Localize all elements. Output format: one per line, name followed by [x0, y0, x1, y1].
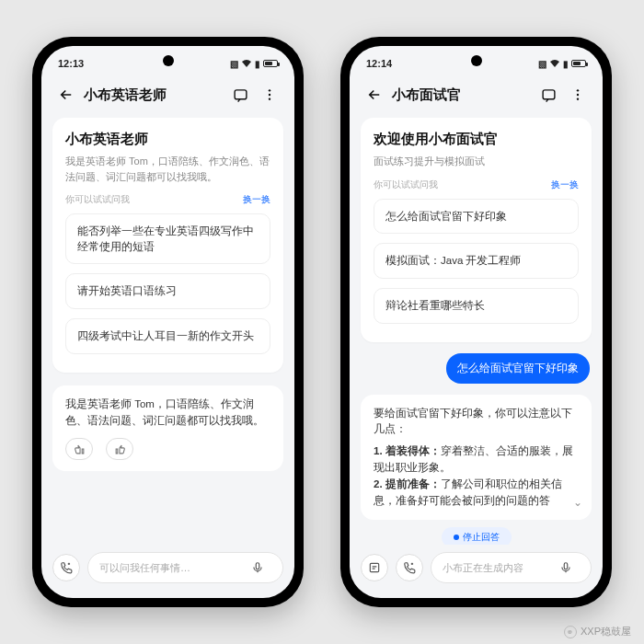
wifi-icon	[241, 59, 252, 68]
svg-point-7	[577, 94, 579, 96]
input-placeholder: 小布正在生成内容	[443, 561, 523, 575]
watermark: ๏ XXP稳鼓屋	[564, 625, 631, 638]
watermark-icon: ๏	[564, 626, 577, 638]
status-indicators: ▧ ▮	[538, 59, 586, 69]
screen: 12:13 ▧ ▮ 小布英语老师 小布英	[41, 46, 294, 598]
watermark-text: XXP稳鼓屋	[581, 625, 631, 638]
status-time: 12:13	[58, 58, 84, 69]
answer-point-2: 2. 提前准备：了解公司和职位的相关信息，准备好可能会被问到的问题的答	[374, 477, 579, 510]
assistant-text: 我是英语老师 Tom，口语陪练、作文润色、语法问题、词汇问题都可以找我哦。	[65, 398, 264, 426]
suggestion-hint: 你可以试试问我	[65, 193, 130, 206]
svg-rect-5	[543, 89, 555, 98]
status-time: 12:14	[366, 58, 392, 69]
new-chat-button[interactable]	[536, 83, 560, 107]
feedback-row	[65, 438, 270, 460]
more-button[interactable]	[566, 83, 590, 107]
page-title: 小布英语老师	[84, 86, 223, 104]
input-bar: 小布正在生成内容	[350, 545, 603, 598]
message-input[interactable]: 可以问我任何事情…	[87, 552, 283, 583]
camera-punch-hole	[163, 55, 174, 66]
svg-rect-4	[256, 563, 259, 569]
screen: 12:14 ▧ ▮ 小布面试官 欢迎使用	[350, 46, 603, 598]
back-button[interactable]	[362, 83, 386, 107]
stop-label: 停止回答	[463, 531, 500, 544]
suggestion-chip[interactable]: 怎么给面试官留下好印象	[374, 199, 579, 235]
thumbs-down-button[interactable]	[65, 438, 93, 460]
refresh-suggestions[interactable]: 换一换	[551, 178, 579, 191]
battery-icon	[571, 60, 586, 67]
new-chat-button[interactable]	[228, 83, 252, 107]
suggestion-hint: 你可以试试问我	[374, 178, 438, 191]
answer-intro: 要给面试官留下好印象，你可以注意以下几点：	[374, 406, 579, 439]
chat-content: 欢迎使用小布面试官 面试练习提升与模拟面试 你可以试试问我 换一换 怎么给面试官…	[350, 112, 603, 545]
signal-icon: ▮	[255, 59, 260, 69]
svg-point-3	[269, 98, 270, 99]
refresh-suggestions[interactable]: 换一换	[243, 193, 270, 206]
intro-card: 小布英语老师 我是英语老师 Tom，口语陪练、作文润色、语法问题、词汇问题都可以…	[52, 118, 283, 373]
mic-icon[interactable]	[244, 561, 271, 574]
suggestion-chip[interactable]: 能否列举一些在专业英语四级写作中经常使用的短语	[65, 213, 270, 264]
voice-call-button[interactable]	[396, 554, 423, 581]
suggestion-chip[interactable]: 请开始英语口语练习	[65, 273, 270, 309]
svg-rect-9	[370, 563, 378, 571]
intro-subtitle: 面试练习提升与模拟面试	[374, 154, 579, 169]
input-placeholder: 可以问我任何事情…	[99, 561, 190, 575]
suggestion-chip[interactable]: 辩论社看重哪些特长	[374, 288, 579, 324]
intro-subtitle: 我是英语老师 Tom，口语陪练、作文润色、语法问题、词汇问题都可以找我哦。	[65, 154, 270, 184]
stop-generating-button[interactable]: 停止回答	[442, 527, 512, 545]
nfc-icon: ▧	[538, 59, 546, 69]
page-title: 小布面试官	[392, 86, 531, 104]
nav-bar: 小布面试官	[350, 77, 603, 112]
intro-title: 小布英语老师	[65, 131, 270, 148]
answer-point-1: 1. 着装得体：穿着整洁、合适的服装，展现出职业形象。	[374, 443, 579, 477]
battery-icon	[263, 60, 278, 67]
phone-left: 12:13 ▧ ▮ 小布英语老师 小布英	[32, 37, 304, 607]
svg-point-6	[577, 89, 579, 91]
message-input[interactable]: 小布正在生成内容	[431, 552, 592, 583]
chat-content: 小布英语老师 我是英语老师 Tom，口语陪练、作文润色、语法问题、词汇问题都可以…	[41, 112, 294, 545]
svg-point-2	[269, 94, 270, 96]
intro-card: 欢迎使用小布面试官 面试练习提升与模拟面试 你可以试试问我 换一换 怎么给面试官…	[361, 118, 592, 342]
stop-icon	[454, 535, 459, 540]
status-indicators: ▧ ▮	[230, 59, 278, 69]
voice-call-button[interactable]	[52, 554, 80, 581]
more-button[interactable]	[258, 83, 282, 107]
input-bar: 可以问我任何事情…	[41, 545, 294, 598]
signal-icon: ▮	[563, 59, 569, 69]
user-message: 怎么给面试官留下好印象	[446, 353, 590, 384]
suggestion-chip[interactable]: 四级考试中让人耳目一新的作文开头	[65, 318, 270, 354]
back-button[interactable]	[54, 83, 78, 107]
svg-point-8	[577, 98, 579, 99]
suggestion-chip[interactable]: 模拟面试：Java 开发工程师	[374, 243, 579, 279]
assistant-answer: 要给面试官留下好印象，你可以注意以下几点： 1. 着装得体：穿着整洁、合适的服装…	[361, 395, 592, 521]
mic-icon[interactable]	[552, 561, 580, 574]
phone-right: 12:14 ▧ ▮ 小布面试官 欢迎使用	[340, 37, 612, 607]
svg-point-1	[269, 89, 270, 91]
camera-punch-hole	[471, 55, 482, 66]
expand-icon[interactable]: ⌄	[573, 494, 582, 512]
nfc-icon: ▧	[230, 59, 238, 69]
assistant-message: 我是英语老师 Tom，口语陪练、作文润色、语法问题、词汇问题都可以找我哦。	[52, 385, 283, 472]
nav-bar: 小布英语老师	[41, 77, 294, 112]
attachment-button[interactable]	[361, 554, 388, 581]
thumbs-up-button[interactable]	[106, 438, 133, 460]
wifi-icon	[549, 59, 560, 68]
intro-title: 欢迎使用小布面试官	[374, 131, 579, 148]
svg-rect-10	[564, 563, 568, 569]
svg-rect-0	[235, 89, 247, 98]
